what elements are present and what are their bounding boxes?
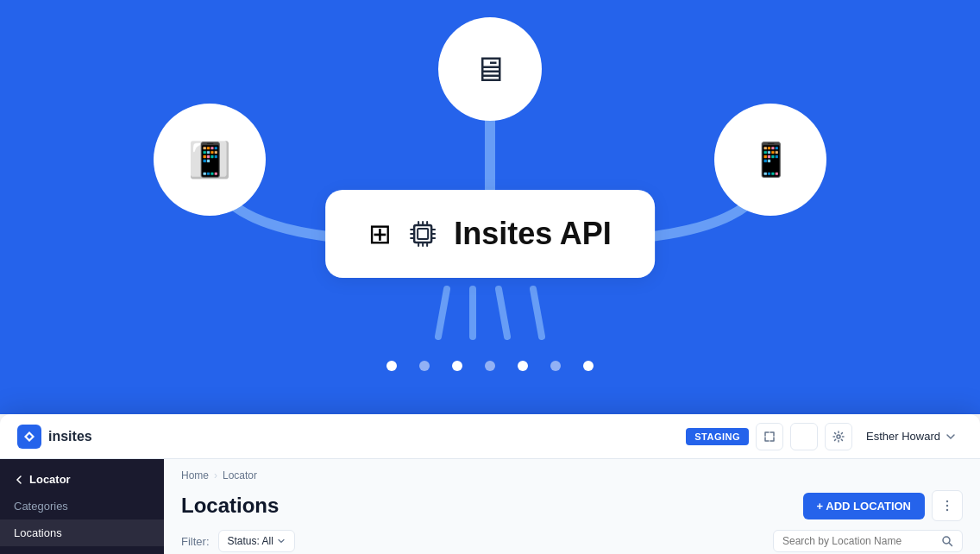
sidebar-item-categories[interactable]: Categories — [0, 493, 164, 519]
dots-row — [386, 361, 594, 371]
svg-line-0 — [438, 289, 447, 337]
sidebar-item-locations[interactable]: Locations — [0, 519, 164, 546]
svg-point-20 — [946, 500, 948, 502]
filter-label: Filter: — [181, 535, 210, 548]
svg-line-3 — [533, 289, 542, 337]
settings-button[interactable] — [825, 423, 852, 450]
sidebar-locations-label: Locations — [14, 526, 62, 539]
more-icon — [940, 499, 954, 513]
theme-button[interactable] — [790, 423, 818, 450]
dot-2 — [419, 361, 430, 371]
main-layout: Locator Categories Locations Home › Loca… — [0, 459, 980, 554]
dot-7 — [583, 361, 594, 371]
search-input[interactable] — [782, 535, 936, 547]
dot-5 — [518, 361, 528, 371]
topbar-actions: STAGING Esther Howard — [686, 423, 963, 450]
filter-chevron-icon — [277, 537, 286, 545]
hero-section: 🖥 ⬜ 📱 📱 ⊞ — [0, 0, 980, 414]
dot-3 — [452, 361, 462, 371]
user-name: Esther Howard — [866, 430, 940, 443]
content-header: Locations + ADD LOCATION — [181, 490, 963, 521]
diagram: 🖥 ⬜ 📱 📱 ⊞ — [102, 17, 878, 380]
status-filter[interactable]: Status: All — [218, 530, 295, 552]
chip-icon: ⊞ — [368, 217, 392, 250]
user-area[interactable]: Esther Howard — [859, 426, 963, 446]
svg-line-24 — [950, 544, 952, 546]
dot-6 — [550, 361, 561, 371]
api-card: ⊞ Insites API — [325, 190, 655, 278]
phone-icon: 📱 — [751, 141, 791, 179]
logo-area: insites — [17, 425, 92, 449]
page-title: Locations — [181, 494, 279, 518]
dot-4 — [485, 361, 495, 371]
phone-right-circle: 📱 — [714, 104, 826, 216]
cpu-icon — [407, 218, 438, 249]
logo-text: insites — [48, 429, 92, 444]
monitor-circle: 🖥 — [438, 17, 542, 121]
api-title: Insites API — [454, 216, 612, 252]
sidebar: Locator Categories Locations — [0, 459, 164, 554]
sidebar-back-label: Locator — [29, 473, 71, 486]
search-box — [773, 530, 963, 552]
breadcrumb: Home › Locator — [181, 469, 963, 482]
filter-value: Status: All — [228, 535, 273, 547]
topbar: insites STAGING Esther Howard — [0, 414, 980, 459]
sidebar-back-button[interactable]: Locator — [0, 466, 164, 493]
content-area: Home › Locator Locations + ADD LOCATION … — [164, 459, 980, 554]
monitor-icon: 🖥 — [473, 50, 507, 89]
dot-1 — [386, 361, 397, 371]
breadcrumb-sep: › — [214, 469, 217, 482]
app-window: insites STAGING Esther Howard Loca — [0, 414, 980, 554]
svg-line-2 — [499, 289, 507, 337]
user-chevron-icon — [945, 431, 956, 442]
svg-point-23 — [943, 537, 950, 544]
logo-icon — [17, 425, 41, 449]
expand-button[interactable] — [756, 423, 783, 450]
tablet-left-circle: ⬜ 📱 — [154, 104, 266, 216]
breadcrumb-home[interactable]: Home — [181, 469, 209, 482]
svg-point-22 — [946, 509, 948, 511]
add-location-button[interactable]: + ADD LOCATION — [803, 493, 925, 519]
search-icon — [941, 535, 953, 547]
sidebar-categories-label: Categories — [14, 500, 68, 513]
back-icon — [14, 475, 24, 485]
staging-badge[interactable]: STAGING — [686, 428, 749, 445]
svg-rect-5 — [418, 229, 428, 239]
svg-point-21 — [946, 505, 948, 507]
breadcrumb-locator[interactable]: Locator — [223, 469, 257, 482]
header-actions: + ADD LOCATION — [803, 490, 963, 521]
more-options-button[interactable] — [932, 490, 963, 521]
svg-point-19 — [837, 435, 840, 438]
tablet-icon: 📱 — [190, 141, 230, 179]
filter-row: Filter: Status: All — [181, 530, 963, 552]
